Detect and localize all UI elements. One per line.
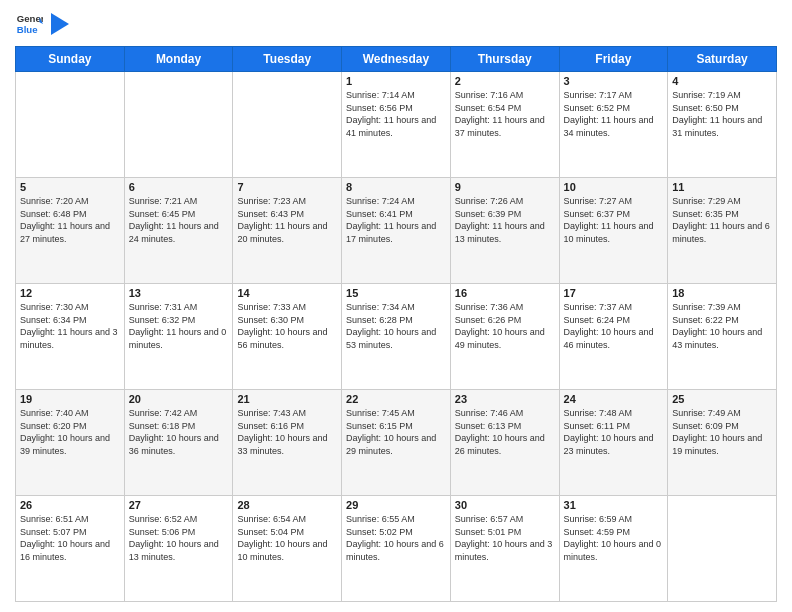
calendar-week-3: 12Sunrise: 7:30 AMSunset: 6:34 PMDayligh… xyxy=(16,284,777,390)
page: General Blue SundayMondayTuesdayWednesda… xyxy=(0,0,792,612)
weekday-header-wednesday: Wednesday xyxy=(342,47,451,72)
day-info: Sunrise: 7:21 AMSunset: 6:45 PMDaylight:… xyxy=(129,195,229,245)
day-info: Sunrise: 7:37 AMSunset: 6:24 PMDaylight:… xyxy=(564,301,664,351)
calendar-cell: 13Sunrise: 7:31 AMSunset: 6:32 PMDayligh… xyxy=(124,284,233,390)
calendar-cell: 14Sunrise: 7:33 AMSunset: 6:30 PMDayligh… xyxy=(233,284,342,390)
calendar-cell xyxy=(16,72,125,178)
calendar-cell: 10Sunrise: 7:27 AMSunset: 6:37 PMDayligh… xyxy=(559,178,668,284)
calendar-cell: 31Sunrise: 6:59 AMSunset: 4:59 PMDayligh… xyxy=(559,496,668,602)
day-number: 10 xyxy=(564,181,664,193)
day-number: 4 xyxy=(672,75,772,87)
calendar-cell: 7Sunrise: 7:23 AMSunset: 6:43 PMDaylight… xyxy=(233,178,342,284)
calendar-cell xyxy=(233,72,342,178)
day-number: 8 xyxy=(346,181,446,193)
calendar-cell: 2Sunrise: 7:16 AMSunset: 6:54 PMDaylight… xyxy=(450,72,559,178)
calendar-cell: 28Sunrise: 6:54 AMSunset: 5:04 PMDayligh… xyxy=(233,496,342,602)
day-number: 6 xyxy=(129,181,229,193)
day-info: Sunrise: 7:27 AMSunset: 6:37 PMDaylight:… xyxy=(564,195,664,245)
calendar-cell: 4Sunrise: 7:19 AMSunset: 6:50 PMDaylight… xyxy=(668,72,777,178)
weekday-header-tuesday: Tuesday xyxy=(233,47,342,72)
day-info: Sunrise: 7:46 AMSunset: 6:13 PMDaylight:… xyxy=(455,407,555,457)
calendar-cell: 25Sunrise: 7:49 AMSunset: 6:09 PMDayligh… xyxy=(668,390,777,496)
day-info: Sunrise: 7:40 AMSunset: 6:20 PMDaylight:… xyxy=(20,407,120,457)
day-number: 30 xyxy=(455,499,555,511)
day-info: Sunrise: 7:17 AMSunset: 6:52 PMDaylight:… xyxy=(564,89,664,139)
weekday-header-monday: Monday xyxy=(124,47,233,72)
day-info: Sunrise: 7:29 AMSunset: 6:35 PMDaylight:… xyxy=(672,195,772,245)
calendar-cell: 30Sunrise: 6:57 AMSunset: 5:01 PMDayligh… xyxy=(450,496,559,602)
day-number: 29 xyxy=(346,499,446,511)
day-info: Sunrise: 7:31 AMSunset: 6:32 PMDaylight:… xyxy=(129,301,229,351)
day-number: 18 xyxy=(672,287,772,299)
day-info: Sunrise: 7:36 AMSunset: 6:26 PMDaylight:… xyxy=(455,301,555,351)
day-info: Sunrise: 7:23 AMSunset: 6:43 PMDaylight:… xyxy=(237,195,337,245)
day-number: 12 xyxy=(20,287,120,299)
day-number: 3 xyxy=(564,75,664,87)
day-info: Sunrise: 7:33 AMSunset: 6:30 PMDaylight:… xyxy=(237,301,337,351)
day-info: Sunrise: 7:48 AMSunset: 6:11 PMDaylight:… xyxy=(564,407,664,457)
svg-text:General: General xyxy=(17,13,43,24)
logo-icon: General Blue xyxy=(15,10,43,38)
day-info: Sunrise: 7:34 AMSunset: 6:28 PMDaylight:… xyxy=(346,301,446,351)
day-number: 15 xyxy=(346,287,446,299)
day-number: 31 xyxy=(564,499,664,511)
day-info: Sunrise: 7:49 AMSunset: 6:09 PMDaylight:… xyxy=(672,407,772,457)
day-number: 17 xyxy=(564,287,664,299)
calendar-cell: 18Sunrise: 7:39 AMSunset: 6:22 PMDayligh… xyxy=(668,284,777,390)
day-number: 21 xyxy=(237,393,337,405)
weekday-header-saturday: Saturday xyxy=(668,47,777,72)
calendar-week-5: 26Sunrise: 6:51 AMSunset: 5:07 PMDayligh… xyxy=(16,496,777,602)
calendar-week-1: 1Sunrise: 7:14 AMSunset: 6:56 PMDaylight… xyxy=(16,72,777,178)
calendar-cell: 11Sunrise: 7:29 AMSunset: 6:35 PMDayligh… xyxy=(668,178,777,284)
day-info: Sunrise: 7:16 AMSunset: 6:54 PMDaylight:… xyxy=(455,89,555,139)
calendar-cell: 9Sunrise: 7:26 AMSunset: 6:39 PMDaylight… xyxy=(450,178,559,284)
day-number: 22 xyxy=(346,393,446,405)
day-number: 24 xyxy=(564,393,664,405)
calendar-cell: 16Sunrise: 7:36 AMSunset: 6:26 PMDayligh… xyxy=(450,284,559,390)
calendar-cell: 27Sunrise: 6:52 AMSunset: 5:06 PMDayligh… xyxy=(124,496,233,602)
day-number: 1 xyxy=(346,75,446,87)
day-info: Sunrise: 7:30 AMSunset: 6:34 PMDaylight:… xyxy=(20,301,120,351)
calendar-cell: 3Sunrise: 7:17 AMSunset: 6:52 PMDaylight… xyxy=(559,72,668,178)
day-info: Sunrise: 7:43 AMSunset: 6:16 PMDaylight:… xyxy=(237,407,337,457)
day-number: 27 xyxy=(129,499,229,511)
calendar-cell: 8Sunrise: 7:24 AMSunset: 6:41 PMDaylight… xyxy=(342,178,451,284)
day-number: 20 xyxy=(129,393,229,405)
calendar-cell: 17Sunrise: 7:37 AMSunset: 6:24 PMDayligh… xyxy=(559,284,668,390)
calendar-week-2: 5Sunrise: 7:20 AMSunset: 6:48 PMDaylight… xyxy=(16,178,777,284)
day-info: Sunrise: 7:39 AMSunset: 6:22 PMDaylight:… xyxy=(672,301,772,351)
calendar-cell: 5Sunrise: 7:20 AMSunset: 6:48 PMDaylight… xyxy=(16,178,125,284)
day-info: Sunrise: 6:59 AMSunset: 4:59 PMDaylight:… xyxy=(564,513,664,563)
day-info: Sunrise: 6:54 AMSunset: 5:04 PMDaylight:… xyxy=(237,513,337,563)
svg-marker-3 xyxy=(51,13,69,35)
day-info: Sunrise: 7:45 AMSunset: 6:15 PMDaylight:… xyxy=(346,407,446,457)
day-info: Sunrise: 6:51 AMSunset: 5:07 PMDaylight:… xyxy=(20,513,120,563)
calendar-table: SundayMondayTuesdayWednesdayThursdayFrid… xyxy=(15,46,777,602)
day-info: Sunrise: 7:14 AMSunset: 6:56 PMDaylight:… xyxy=(346,89,446,139)
calendar-cell: 21Sunrise: 7:43 AMSunset: 6:16 PMDayligh… xyxy=(233,390,342,496)
calendar-cell: 15Sunrise: 7:34 AMSunset: 6:28 PMDayligh… xyxy=(342,284,451,390)
calendar-cell xyxy=(668,496,777,602)
day-number: 7 xyxy=(237,181,337,193)
calendar-cell: 20Sunrise: 7:42 AMSunset: 6:18 PMDayligh… xyxy=(124,390,233,496)
weekday-header-friday: Friday xyxy=(559,47,668,72)
calendar-cell: 6Sunrise: 7:21 AMSunset: 6:45 PMDaylight… xyxy=(124,178,233,284)
day-number: 25 xyxy=(672,393,772,405)
day-number: 14 xyxy=(237,287,337,299)
day-info: Sunrise: 7:19 AMSunset: 6:50 PMDaylight:… xyxy=(672,89,772,139)
day-info: Sunrise: 7:20 AMSunset: 6:48 PMDaylight:… xyxy=(20,195,120,245)
day-number: 26 xyxy=(20,499,120,511)
day-info: Sunrise: 6:52 AMSunset: 5:06 PMDaylight:… xyxy=(129,513,229,563)
day-number: 16 xyxy=(455,287,555,299)
day-number: 13 xyxy=(129,287,229,299)
svg-text:Blue: Blue xyxy=(17,24,38,35)
header: General Blue xyxy=(15,10,777,38)
calendar-cell: 12Sunrise: 7:30 AMSunset: 6:34 PMDayligh… xyxy=(16,284,125,390)
weekday-header-row: SundayMondayTuesdayWednesdayThursdayFrid… xyxy=(16,47,777,72)
calendar-cell: 29Sunrise: 6:55 AMSunset: 5:02 PMDayligh… xyxy=(342,496,451,602)
day-number: 19 xyxy=(20,393,120,405)
calendar-cell xyxy=(124,72,233,178)
calendar-cell: 19Sunrise: 7:40 AMSunset: 6:20 PMDayligh… xyxy=(16,390,125,496)
weekday-header-thursday: Thursday xyxy=(450,47,559,72)
calendar-cell: 22Sunrise: 7:45 AMSunset: 6:15 PMDayligh… xyxy=(342,390,451,496)
